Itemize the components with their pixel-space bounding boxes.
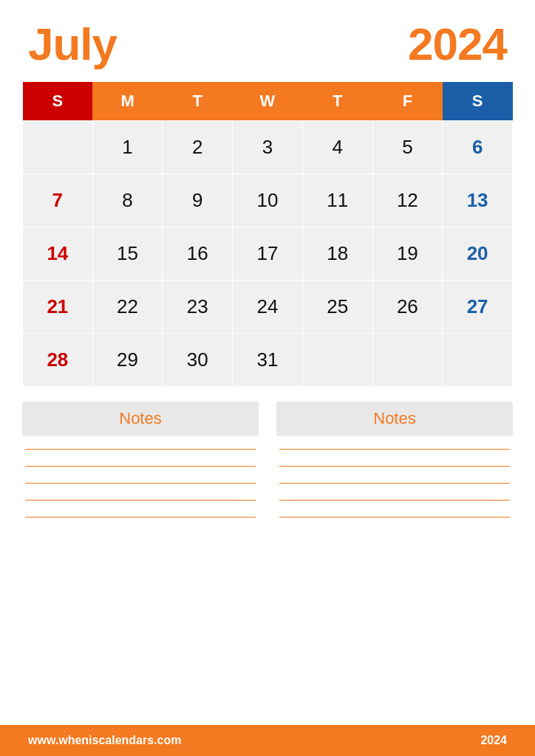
- day-cell: 6: [443, 120, 513, 173]
- notes-header-left: Notes: [22, 402, 259, 436]
- day-cell: 7: [23, 173, 93, 227]
- day-cell: 25: [302, 280, 372, 333]
- notes-line: [279, 449, 510, 450]
- day-cell: [302, 333, 372, 386]
- table-row: 7 8 9 10 11 12 13: [23, 173, 513, 227]
- notes-line: [279, 517, 510, 518]
- notes-header-right: Notes: [276, 402, 513, 436]
- day-cell: 11: [302, 173, 372, 227]
- day-cell: 30: [163, 333, 233, 386]
- col-header-mon: M: [92, 82, 163, 120]
- day-cell: 4: [302, 120, 372, 173]
- footer-year: 2024: [480, 734, 507, 747]
- day-cell: 13: [443, 173, 513, 227]
- calendar-wrapper: S M T W T F S 1 2 3 4 5 6: [0, 82, 535, 387]
- day-cell: 10: [233, 173, 303, 227]
- day-cell: 18: [302, 227, 372, 280]
- notes-column-left: Notes: [22, 402, 259, 718]
- notes-label-left: Notes: [119, 409, 161, 427]
- table-row: 28 29 30 31: [23, 333, 513, 386]
- day-cell: 17: [233, 227, 303, 280]
- day-cell: 2: [163, 120, 233, 173]
- footer: www.wheniscalendars.com 2024: [0, 725, 535, 756]
- notes-label-right: Notes: [373, 409, 415, 427]
- calendar-table: S M T W T F S 1 2 3 4 5 6: [22, 82, 513, 387]
- col-header-tue: T: [163, 82, 233, 120]
- notes-line: [25, 500, 256, 501]
- day-cell: 8: [92, 173, 163, 227]
- day-cell: 9: [163, 173, 233, 227]
- table-row: 14 15 16 17 18 19 20: [23, 227, 513, 280]
- col-header-fri: F: [372, 82, 443, 120]
- notes-line: [25, 517, 256, 518]
- day-cell: 23: [163, 280, 233, 333]
- notes-line: [279, 500, 510, 501]
- notes-line: [25, 449, 256, 450]
- day-cell: 1: [92, 120, 163, 173]
- day-cell: [23, 120, 93, 173]
- col-header-wed: W: [233, 82, 303, 120]
- day-cell: 16: [163, 227, 233, 280]
- col-header-sun: S: [23, 82, 93, 120]
- day-cell: 15: [92, 227, 163, 280]
- year-title: 2024: [408, 18, 507, 70]
- col-header-sat: S: [443, 82, 513, 120]
- notes-line: [279, 466, 510, 467]
- notes-lines-right: [276, 449, 513, 718]
- notes-line: [25, 483, 256, 484]
- col-header-thu: T: [302, 82, 372, 120]
- notes-line: [279, 483, 510, 484]
- month-title: July: [28, 18, 117, 70]
- day-cell: 28: [23, 333, 93, 386]
- day-cell: 3: [233, 120, 303, 173]
- table-row: 1 2 3 4 5 6: [23, 120, 513, 173]
- notes-section: Notes Notes: [0, 387, 535, 726]
- day-cell: 19: [372, 227, 443, 280]
- day-cell: 29: [92, 333, 163, 386]
- day-cell: 14: [23, 227, 93, 280]
- day-cell: [443, 333, 513, 386]
- day-cell: 12: [372, 173, 443, 227]
- notes-column-right: Notes: [276, 402, 513, 718]
- day-cell: 24: [233, 280, 303, 333]
- day-cell: [372, 333, 443, 386]
- footer-url: www.wheniscalendars.com: [28, 734, 181, 747]
- day-cell: 26: [372, 280, 443, 333]
- table-row: 21 22 23 24 25 26 27: [23, 280, 513, 333]
- day-cell: 20: [443, 227, 513, 280]
- notes-line: [25, 466, 256, 467]
- page-container: July 2024 S M T W T F S 1: [0, 0, 535, 756]
- day-cell: 22: [92, 280, 163, 333]
- notes-lines-left: [22, 449, 259, 718]
- header: July 2024: [0, 0, 535, 82]
- day-cell: 21: [23, 280, 93, 333]
- day-cell: 27: [443, 280, 513, 333]
- day-cell: 31: [233, 333, 303, 386]
- day-cell: 5: [372, 120, 443, 173]
